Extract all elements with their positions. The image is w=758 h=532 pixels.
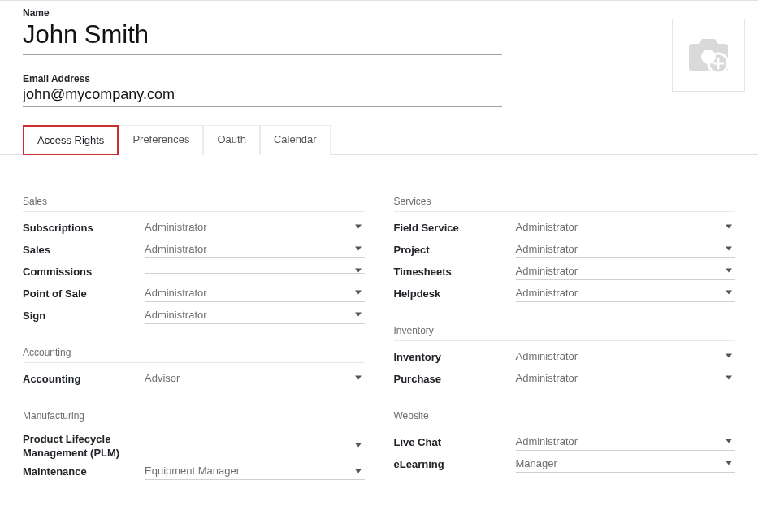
perm-label-sign: Sign xyxy=(23,307,145,323)
perm-select-field-service[interactable]: Administrator xyxy=(516,218,736,236)
section-title-manufacturing: Manufacturing xyxy=(23,410,365,426)
section-title-services: Services xyxy=(394,196,736,212)
perm-value-timesheets: Administrator xyxy=(516,265,578,277)
chevron-down-icon xyxy=(355,247,362,251)
perm-row-sales: SalesAdministrator xyxy=(23,238,365,260)
tabs: Access Rights Preferences Oauth Calendar xyxy=(0,125,758,155)
perm-row-commissions: Commissions xyxy=(23,260,365,282)
chevron-down-icon xyxy=(355,443,362,447)
perm-row-maintenance: MaintenanceEquipment Manager xyxy=(23,461,365,482)
chevron-down-icon xyxy=(355,269,362,273)
perm-label-live-chat: Live Chat xyxy=(394,434,516,450)
email-label: Email Address xyxy=(23,73,502,84)
perm-value-live-chat: Administrator xyxy=(516,435,578,448)
chevron-down-icon xyxy=(355,376,362,380)
tab-preferences[interactable]: Preferences xyxy=(119,125,203,155)
perm-row-product-lifecycle-management-plm: Product Lifecycle Management (PLM) xyxy=(23,430,365,461)
perm-select-sign[interactable]: Administrator xyxy=(145,306,365,324)
perm-select-product-lifecycle-management-plm[interactable] xyxy=(145,443,365,448)
perm-value-sign: Administrator xyxy=(145,309,207,321)
perm-row-inventory: InventoryAdministrator xyxy=(394,345,736,367)
perm-value-subscriptions: Administrator xyxy=(145,221,207,233)
chevron-down-icon xyxy=(355,313,362,317)
perm-select-subscriptions[interactable]: Administrator xyxy=(145,218,365,236)
perm-label-project: Project xyxy=(394,241,516,257)
perm-select-project[interactable]: Administrator xyxy=(516,240,736,258)
perm-select-timesheets[interactable]: Administrator xyxy=(516,262,736,280)
perm-value-maintenance: Equipment Manager xyxy=(145,465,240,477)
perm-label-helpdesk: Helpdesk xyxy=(394,285,516,301)
perm-label-product-lifecycle-management-plm: Product Lifecycle Management (PLM) xyxy=(23,430,145,461)
chevron-down-icon xyxy=(726,269,732,273)
chevron-down-icon xyxy=(726,461,732,465)
perm-row-purchase: PurchaseAdministrator xyxy=(394,367,736,389)
perm-select-point-of-sale[interactable]: Administrator xyxy=(145,284,365,302)
perm-row-live-chat: Live ChatAdministrator xyxy=(394,430,736,452)
name-input[interactable] xyxy=(23,19,502,55)
chevron-down-icon xyxy=(726,291,732,295)
tab-oauth[interactable]: Oauth xyxy=(203,125,259,155)
perm-row-helpdesk: HelpdeskAdministrator xyxy=(394,282,736,304)
tab-calendar[interactable]: Calendar xyxy=(260,125,331,155)
section-title-website: Website xyxy=(394,410,736,426)
perm-row-accounting: AccountingAdvisor xyxy=(23,367,365,389)
perm-row-field-service: Field ServiceAdministrator xyxy=(394,216,736,238)
chevron-down-icon xyxy=(726,376,732,380)
avatar-upload[interactable] xyxy=(672,19,745,92)
perm-row-timesheets: TimesheetsAdministrator xyxy=(394,260,736,282)
perm-label-point-of-sale: Point of Sale xyxy=(23,285,145,301)
perm-value-field-service: Administrator xyxy=(516,221,578,233)
name-label: Name xyxy=(23,7,502,19)
perm-select-inventory[interactable]: Administrator xyxy=(516,348,736,365)
section-title-accounting: Accounting xyxy=(23,347,365,363)
perm-value-elearning: Manager xyxy=(516,457,557,469)
chevron-down-icon xyxy=(355,469,362,473)
chevron-down-icon xyxy=(726,225,732,229)
perm-label-timesheets: Timesheets xyxy=(394,263,516,279)
chevron-down-icon xyxy=(355,225,362,229)
perm-select-live-chat[interactable]: Administrator xyxy=(516,433,736,451)
perm-value-purchase: Administrator xyxy=(516,372,578,384)
perm-label-accounting: Accounting xyxy=(23,370,145,387)
perm-select-sales[interactable]: Administrator xyxy=(145,240,365,258)
section-title-inventory: Inventory xyxy=(394,325,736,341)
perm-select-accounting[interactable]: Advisor xyxy=(145,370,365,387)
perm-label-maintenance: Maintenance xyxy=(23,463,145,479)
perm-label-commissions: Commissions xyxy=(23,263,145,279)
perm-value-helpdesk: Administrator xyxy=(516,287,578,299)
perm-row-point-of-sale: Point of SaleAdministrator xyxy=(23,282,365,304)
perm-value-project: Administrator xyxy=(516,243,578,255)
email-input[interactable] xyxy=(23,84,502,107)
perm-select-purchase[interactable]: Administrator xyxy=(516,370,736,387)
perm-select-commissions[interactable] xyxy=(145,268,365,274)
perm-row-sign: SignAdministrator xyxy=(23,304,365,326)
chevron-down-icon xyxy=(726,354,732,358)
perm-value-accounting: Advisor xyxy=(145,372,180,384)
perm-label-purchase: Purchase xyxy=(394,370,516,387)
tab-access-rights[interactable]: Access Rights xyxy=(23,125,119,155)
perm-label-subscriptions: Subscriptions xyxy=(23,219,145,236)
perm-select-maintenance[interactable]: Equipment Manager xyxy=(145,462,365,480)
perm-label-field-service: Field Service xyxy=(394,219,516,236)
perm-row-elearning: eLearningManager xyxy=(394,452,736,474)
chevron-down-icon xyxy=(726,247,732,251)
perm-value-inventory: Administrator xyxy=(516,350,578,362)
perm-value-sales: Administrator xyxy=(145,243,207,255)
chevron-down-icon xyxy=(355,291,362,295)
perm-label-inventory: Inventory xyxy=(394,348,516,365)
perm-value-point-of-sale: Administrator xyxy=(145,287,207,299)
perm-select-elearning[interactable]: Manager xyxy=(516,455,736,473)
perm-label-elearning: eLearning xyxy=(394,456,516,472)
section-title-sales: Sales xyxy=(23,196,365,212)
chevron-down-icon xyxy=(726,439,732,443)
svg-point-1 xyxy=(701,50,716,64)
perm-label-sales: Sales xyxy=(23,241,145,257)
perm-select-helpdesk[interactable]: Administrator xyxy=(516,284,736,302)
perm-row-project: ProjectAdministrator xyxy=(394,238,736,260)
perm-row-subscriptions: SubscriptionsAdministrator xyxy=(23,216,365,238)
camera-plus-icon xyxy=(686,34,731,76)
